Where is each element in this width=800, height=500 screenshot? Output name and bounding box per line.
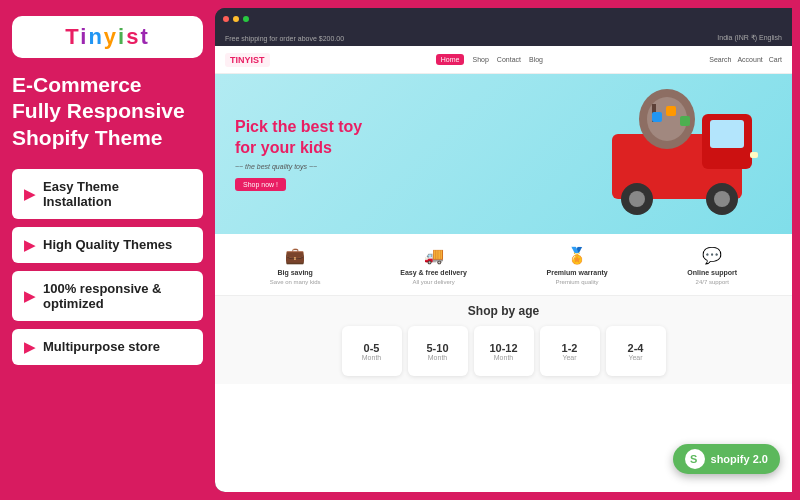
feature-multipurpose[interactable]: ▶ Multipurpose store bbox=[12, 329, 203, 365]
nav-search[interactable]: Search bbox=[709, 56, 731, 63]
browser-dot-red bbox=[223, 16, 229, 22]
site-nav: TINYIST Home Shop Contact Blog Search Ac… bbox=[215, 46, 792, 74]
nav-link-shop[interactable]: Shop bbox=[472, 56, 488, 63]
hero-title-highlight: your kids bbox=[261, 139, 332, 156]
feature-label: 100% responsive & optimized bbox=[43, 281, 191, 311]
topbar-shipping: Free shipping for order above $200.00 bbox=[225, 35, 344, 42]
sidebar: Tinyist E-CommerceFully ResponsiveShopif… bbox=[0, 0, 215, 500]
feature-warranty: 🏅 Premium warranty Premium quality bbox=[547, 244, 608, 285]
delivery-label: Easy & free delivery bbox=[400, 269, 467, 276]
saving-sub: Save on many kids bbox=[270, 279, 321, 285]
support-sub: 24/7 support bbox=[696, 279, 729, 285]
logo-box: Tinyist bbox=[12, 16, 203, 58]
nav-links: Home Shop Contact Blog bbox=[436, 54, 543, 65]
feature-label: Easy Theme Installation bbox=[43, 179, 191, 209]
age-range: 0-5 bbox=[364, 342, 380, 354]
support-label: Online support bbox=[687, 269, 737, 276]
age-card-10-12[interactable]: 10-12 Month bbox=[474, 326, 534, 376]
age-card-0-5[interactable]: 0-5 Month bbox=[342, 326, 402, 376]
topbar-locale: India (INR ₹) English bbox=[717, 34, 782, 42]
age-card-2-4[interactable]: 2-4 Year bbox=[606, 326, 666, 376]
age-range: 1-2 bbox=[562, 342, 578, 354]
hero-subtitle: ~~ the best quality toys ~~ bbox=[235, 163, 362, 170]
nav-account[interactable]: Account bbox=[737, 56, 762, 63]
site-preview: Free shipping for order above $200.00 In… bbox=[215, 8, 792, 492]
age-range: 5-10 bbox=[426, 342, 448, 354]
age-unit: Month bbox=[494, 354, 513, 361]
support-icon: 💬 bbox=[701, 244, 723, 266]
saving-label: Big saving bbox=[278, 269, 313, 276]
shop-by-age-section: Shop by age 0-5 Month 5-10 Month 10-12 M… bbox=[215, 296, 792, 384]
delivery-sub: All your delivery bbox=[412, 279, 454, 285]
feature-delivery: 🚚 Easy & free delivery All your delivery bbox=[400, 244, 467, 285]
nav-link-contact[interactable]: Contact bbox=[497, 56, 521, 63]
age-unit: Month bbox=[428, 354, 447, 361]
shop-age-title: Shop by age bbox=[230, 304, 777, 318]
feature-label: High Quality Themes bbox=[43, 237, 172, 252]
svg-point-7 bbox=[629, 191, 645, 207]
features-strip: 💼 Big saving Save on many kids 🚚 Easy & … bbox=[215, 234, 792, 296]
hero-section: Pick the best toy for your kids ~~ the b… bbox=[215, 74, 792, 234]
toy-truck-svg bbox=[592, 74, 792, 234]
delivery-icon: 🚚 bbox=[423, 244, 445, 266]
feature-high-quality[interactable]: ▶ High Quality Themes bbox=[12, 227, 203, 263]
age-unit: Year bbox=[562, 354, 576, 361]
nav-logo: TINYIST bbox=[225, 53, 270, 67]
arrow-icon: ▶ bbox=[24, 237, 35, 253]
nav-actions: Search Account Cart bbox=[709, 56, 782, 63]
age-unit: Year bbox=[628, 354, 642, 361]
hero-text: Pick the best toy for your kids ~~ the b… bbox=[235, 117, 362, 191]
svg-rect-10 bbox=[750, 152, 758, 158]
feature-saving: 💼 Big saving Save on many kids bbox=[270, 244, 321, 285]
nav-cart[interactable]: Cart bbox=[769, 56, 782, 63]
shopify-badge: S shopify 2.0 bbox=[673, 444, 780, 474]
nav-link-blog[interactable]: Blog bbox=[529, 56, 543, 63]
hero-title: Pick the best toy for your kids bbox=[235, 117, 362, 159]
arrow-icon: ▶ bbox=[24, 186, 35, 202]
feature-label: Multipurpose store bbox=[43, 339, 160, 354]
browser-dot-yellow bbox=[233, 16, 239, 22]
svg-rect-11 bbox=[652, 112, 662, 122]
feature-responsive[interactable]: ▶ 100% responsive & optimized bbox=[12, 271, 203, 321]
hero-image bbox=[592, 74, 792, 234]
svg-rect-2 bbox=[710, 120, 744, 148]
warranty-label: Premium warranty bbox=[547, 269, 608, 276]
browser-dot-green bbox=[243, 16, 249, 22]
saving-icon: 💼 bbox=[284, 244, 306, 266]
shopify-s-icon: S bbox=[688, 452, 702, 466]
shopify-label: shopify 2.0 bbox=[711, 453, 768, 465]
age-range: 2-4 bbox=[628, 342, 644, 354]
hero-title-line2: for bbox=[235, 139, 261, 156]
arrow-icon: ▶ bbox=[24, 339, 35, 355]
svg-rect-13 bbox=[680, 116, 690, 126]
svg-text:S: S bbox=[690, 453, 697, 465]
feature-easy-install[interactable]: ▶ Easy Theme Installation bbox=[12, 169, 203, 219]
site-content: Free shipping for order above $200.00 In… bbox=[215, 30, 792, 492]
svg-point-9 bbox=[714, 191, 730, 207]
hero-title-line1: Pick the best toy bbox=[235, 118, 362, 135]
feature-support: 💬 Online support 24/7 support bbox=[687, 244, 737, 285]
svg-rect-12 bbox=[666, 106, 676, 116]
age-card-5-10[interactable]: 5-10 Month bbox=[408, 326, 468, 376]
warranty-sub: Premium quality bbox=[556, 279, 599, 285]
tagline: E-CommerceFully ResponsiveShopify Theme bbox=[12, 72, 203, 151]
shopify-icon: S bbox=[685, 449, 705, 469]
age-unit: Month bbox=[362, 354, 381, 361]
warranty-icon: 🏅 bbox=[566, 244, 588, 266]
age-cards: 0-5 Month 5-10 Month 10-12 Month 1-2 Yea… bbox=[230, 326, 777, 376]
site-topbar: Free shipping for order above $200.00 In… bbox=[215, 30, 792, 46]
hero-cta-button[interactable]: Shop now ! bbox=[235, 178, 286, 191]
age-range: 10-12 bbox=[489, 342, 517, 354]
arrow-icon: ▶ bbox=[24, 288, 35, 304]
browser-bar bbox=[215, 8, 792, 30]
age-card-1-2[interactable]: 1-2 Year bbox=[540, 326, 600, 376]
nav-link-home[interactable]: Home bbox=[436, 54, 465, 65]
logo: Tinyist bbox=[65, 24, 150, 50]
